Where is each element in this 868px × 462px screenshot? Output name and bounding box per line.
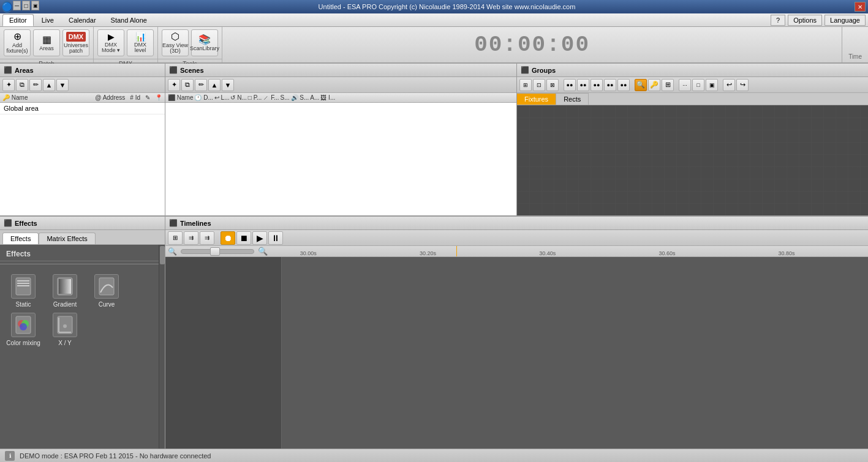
scenes-col-s2: 🔊 S... <box>291 94 309 101</box>
key-btn[interactable]: 🔑 <box>648 79 660 91</box>
areas-panel-header: ⬛ Areas <box>0 64 165 77</box>
stop-btn[interactable]: ⏹ <box>236 231 251 245</box>
maximize-btn[interactable]: □ <box>22 1 30 10</box>
minimize-btn[interactable]: ─ <box>13 1 21 10</box>
zoom-in-icon[interactable]: 🔍 <box>258 247 268 256</box>
add-timeline-btn[interactable]: ⊞ <box>168 231 183 245</box>
dots-btn[interactable]: ··· <box>679 79 691 91</box>
areas-up-btn[interactable]: ▲ <box>43 79 55 91</box>
effect-color-mixing[interactable]: Color mixing <box>5 313 42 346</box>
tab-fixtures[interactable]: Fixtures <box>517 93 556 105</box>
effect-gradient[interactable]: Gradient <box>47 274 83 308</box>
close-btn[interactable]: ✕ <box>855 2 866 12</box>
redo-btn[interactable]: ↪ <box>736 79 749 91</box>
group-btn-6[interactable]: ●● <box>591 79 603 91</box>
tab-calendar[interactable]: Calendar <box>62 14 103 26</box>
group-btn-1[interactable]: ⊞ <box>519 79 532 91</box>
toolbar-patch-group: ⊕ Addfixture(s) ▦ Areas DMX Universespat… <box>0 27 94 62</box>
areas-content: Global area <box>0 103 165 215</box>
effects-content: Effects Static <box>0 245 165 449</box>
ruler-mark-5: 30.80s <box>779 250 795 256</box>
play-btn[interactable]: ▶ <box>252 231 267 245</box>
group-btn-5[interactable]: ●● <box>577 79 589 91</box>
scenes-col-a: A... <box>310 94 319 101</box>
areas-clone-btn[interactable]: ⧉ <box>16 79 28 91</box>
group-btn-2[interactable]: ⊡ <box>533 79 545 91</box>
areas-down-btn[interactable]: ▼ <box>56 79 69 91</box>
easy-view-btn[interactable]: ⬡ Easy View(3D) <box>162 29 189 56</box>
universes-patch-btn[interactable]: DMX Universespatch <box>62 29 89 56</box>
toolbar-tools-group: ⬡ Easy View(3D) 📚 ScanLibrary Tools <box>158 27 222 62</box>
areas-table-header: 🔑 Name @ Address # Id ✎ 📍 <box>0 93 165 103</box>
scenes-add-btn[interactable]: ✦ <box>168 79 180 91</box>
timelines-panel-title: Timelines <box>180 220 211 227</box>
tab-live[interactable]: Live <box>35 14 61 26</box>
effect-xy[interactable]: X / Y <box>47 313 83 346</box>
areas-panel: ⬛ Areas ✦ ⧉ ✏ ▲ ▼ 🔑 Name @ Address # Id … <box>0 64 165 215</box>
group-btn-8[interactable]: ●● <box>617 79 630 91</box>
timeline-btn-2[interactable]: ⇉ <box>184 231 198 245</box>
zoom-out-icon[interactable]: 🔍 <box>168 247 177 256</box>
tab-rects[interactable]: Rects <box>556 93 589 105</box>
areas-btn[interactable]: ▦ Areas <box>33 29 60 56</box>
xy-icon <box>53 313 77 337</box>
tab-matrix-effects[interactable]: Matrix Effects <box>39 233 95 244</box>
undo-btn[interactable]: ↩ <box>723 79 735 91</box>
areas-row-global[interactable]: Global area <box>0 103 165 114</box>
tab-effects[interactable]: Effects <box>2 233 39 244</box>
language-btn[interactable]: Language <box>825 15 866 26</box>
grid-btn[interactable]: ⊞ <box>662 79 674 91</box>
col-name: 🔑 Name <box>2 94 90 101</box>
timeline-btn-3[interactable]: ⇉ <box>200 231 214 245</box>
record-btn[interactable]: ⏺ <box>221 231 235 245</box>
tab-editor[interactable]: Editor <box>2 14 34 26</box>
scan-library-icon: 📚 <box>198 35 211 45</box>
effect-static[interactable]: Static <box>5 274 42 308</box>
svg-rect-3 <box>17 285 29 286</box>
scenes-col-s1: S... <box>281 94 290 101</box>
timeline-tracks-left <box>165 257 282 449</box>
effect-curve[interactable]: Curve <box>88 274 125 308</box>
options-btn[interactable]: Options <box>788 15 822 26</box>
search-btn[interactable]: 🔍 <box>635 79 647 91</box>
square-btn-1[interactable]: □ <box>692 79 704 91</box>
static-icon <box>11 274 36 299</box>
effects-section-title: Effects <box>0 245 165 261</box>
scan-library-btn[interactable]: 📚 ScanLibrary <box>191 29 218 56</box>
groups-header-icon: ⬛ <box>521 66 529 74</box>
areas-icon: ▦ <box>42 35 51 45</box>
dmx-level-btn[interactable]: 📊 DMXlevel <box>127 29 154 56</box>
group-btn-3[interactable]: ⊠ <box>546 79 559 91</box>
col-extra1: ✎ <box>145 94 150 101</box>
gradient-icon <box>53 274 77 299</box>
group-btn-7[interactable]: ●● <box>604 79 616 91</box>
restore-btn[interactable]: ▣ <box>31 1 39 10</box>
scenes-col-n: ↺ N... <box>230 94 246 101</box>
gradient-label: Gradient <box>53 301 77 308</box>
timeline-zoom-slider[interactable] <box>181 249 254 254</box>
areas-add-btn[interactable]: ✦ <box>2 79 15 91</box>
add-fixtures-btn[interactable]: ⊕ Addfixture(s) <box>4 29 31 56</box>
help-btn[interactable]: ? <box>771 15 785 26</box>
effects-scrollbar[interactable] <box>159 245 165 449</box>
color-mixing-icon <box>11 313 36 337</box>
timelines-panel-header: ⬛ Timelines <box>165 217 868 230</box>
areas-header-icon: ⬛ <box>4 66 12 74</box>
ruler-mark-4: 30.60s <box>659 250 675 256</box>
scenes-up-btn[interactable]: ▲ <box>208 79 221 91</box>
scenes-edit-btn[interactable]: ✏ <box>195 79 207 91</box>
pause-btn[interactable]: ⏸ <box>268 231 283 245</box>
svg-rect-2 <box>17 283 29 284</box>
svg-rect-5 <box>59 279 71 294</box>
scenes-down-btn[interactable]: ▼ <box>222 79 234 91</box>
effects-panel: ⬛ Effects Effects Matrix Effects Effects <box>0 217 165 449</box>
col-extra2: 📍 <box>155 94 162 101</box>
square-btn-2[interactable]: ▣ <box>706 79 718 91</box>
curve-icon <box>94 274 119 299</box>
dmx-mode-btn[interactable]: ▶ DMXMode ▾ <box>97 29 124 56</box>
areas-edit-btn[interactable]: ✏ <box>29 79 42 91</box>
col-id: # Id <box>130 94 140 101</box>
group-btn-4[interactable]: ●● <box>564 79 576 91</box>
scenes-clone-btn[interactable]: ⧉ <box>181 79 194 91</box>
tab-standalone[interactable]: Stand Alone <box>104 14 154 26</box>
